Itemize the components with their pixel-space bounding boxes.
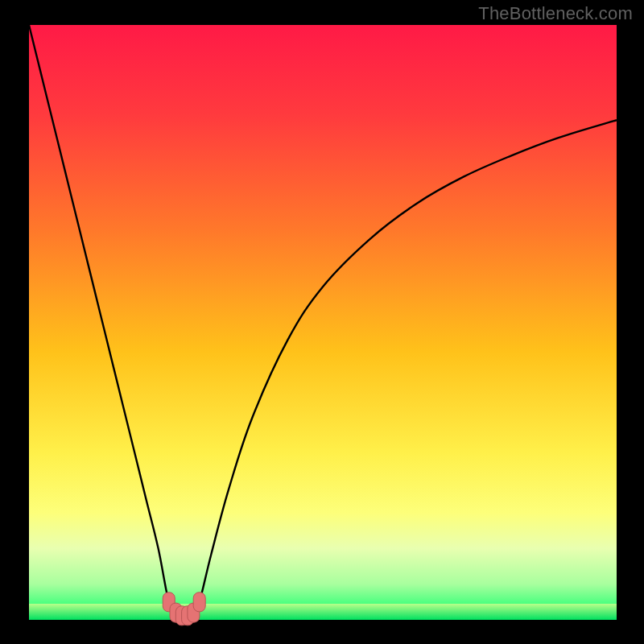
bottleneck-chart xyxy=(0,0,644,644)
chart-frame: TheBottleneck.com xyxy=(0,0,644,644)
attribution-text: TheBottleneck.com xyxy=(478,3,633,24)
valley-marker xyxy=(193,592,205,612)
plot-background xyxy=(29,25,617,620)
bottom-green-band xyxy=(29,604,617,620)
